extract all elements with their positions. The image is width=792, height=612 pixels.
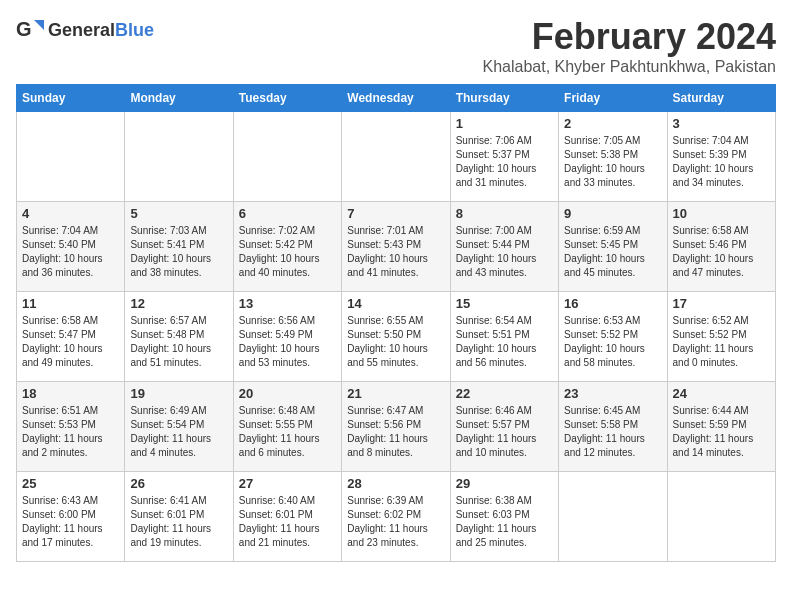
day-number: 10: [673, 206, 770, 221]
cell-info: Sunrise: 6:47 AM Sunset: 5:56 PM Dayligh…: [347, 404, 444, 460]
calendar-cell: 8Sunrise: 7:00 AM Sunset: 5:44 PM Daylig…: [450, 202, 558, 292]
logo: G GeneralBlue: [16, 16, 154, 44]
calendar-week-row: 1Sunrise: 7:06 AM Sunset: 5:37 PM Daylig…: [17, 112, 776, 202]
calendar-cell: 17Sunrise: 6:52 AM Sunset: 5:52 PM Dayli…: [667, 292, 775, 382]
calendar-cell: [342, 112, 450, 202]
cell-info: Sunrise: 7:01 AM Sunset: 5:43 PM Dayligh…: [347, 224, 444, 280]
page-header: G GeneralBlue February 2024 Khalabat, Kh…: [16, 16, 776, 76]
cell-info: Sunrise: 6:54 AM Sunset: 5:51 PM Dayligh…: [456, 314, 553, 370]
calendar-day-header: Monday: [125, 85, 233, 112]
calendar-day-header: Saturday: [667, 85, 775, 112]
cell-info: Sunrise: 6:57 AM Sunset: 5:48 PM Dayligh…: [130, 314, 227, 370]
logo-text-general: General: [48, 20, 115, 40]
day-number: 9: [564, 206, 661, 221]
day-number: 15: [456, 296, 553, 311]
cell-info: Sunrise: 6:55 AM Sunset: 5:50 PM Dayligh…: [347, 314, 444, 370]
day-number: 21: [347, 386, 444, 401]
calendar-body: 1Sunrise: 7:06 AM Sunset: 5:37 PM Daylig…: [17, 112, 776, 562]
calendar-header-row: SundayMondayTuesdayWednesdayThursdayFrid…: [17, 85, 776, 112]
calendar-cell: 5Sunrise: 7:03 AM Sunset: 5:41 PM Daylig…: [125, 202, 233, 292]
location-title: Khalabat, Khyber Pakhtunkhwa, Pakistan: [482, 58, 776, 76]
cell-info: Sunrise: 6:46 AM Sunset: 5:57 PM Dayligh…: [456, 404, 553, 460]
cell-info: Sunrise: 6:38 AM Sunset: 6:03 PM Dayligh…: [456, 494, 553, 550]
day-number: 18: [22, 386, 119, 401]
day-number: 24: [673, 386, 770, 401]
day-number: 4: [22, 206, 119, 221]
day-number: 8: [456, 206, 553, 221]
calendar-cell: 16Sunrise: 6:53 AM Sunset: 5:52 PM Dayli…: [559, 292, 667, 382]
day-number: 22: [456, 386, 553, 401]
day-number: 1: [456, 116, 553, 131]
calendar-cell: 6Sunrise: 7:02 AM Sunset: 5:42 PM Daylig…: [233, 202, 341, 292]
calendar-cell: 14Sunrise: 6:55 AM Sunset: 5:50 PM Dayli…: [342, 292, 450, 382]
calendar-cell: 26Sunrise: 6:41 AM Sunset: 6:01 PM Dayli…: [125, 472, 233, 562]
calendar-day-header: Friday: [559, 85, 667, 112]
calendar-cell: 19Sunrise: 6:49 AM Sunset: 5:54 PM Dayli…: [125, 382, 233, 472]
calendar-cell: [17, 112, 125, 202]
calendar-cell: 27Sunrise: 6:40 AM Sunset: 6:01 PM Dayli…: [233, 472, 341, 562]
calendar-cell: 4Sunrise: 7:04 AM Sunset: 5:40 PM Daylig…: [17, 202, 125, 292]
day-number: 20: [239, 386, 336, 401]
day-number: 23: [564, 386, 661, 401]
cell-info: Sunrise: 6:39 AM Sunset: 6:02 PM Dayligh…: [347, 494, 444, 550]
cell-info: Sunrise: 6:56 AM Sunset: 5:49 PM Dayligh…: [239, 314, 336, 370]
calendar-cell: 18Sunrise: 6:51 AM Sunset: 5:53 PM Dayli…: [17, 382, 125, 472]
day-number: 11: [22, 296, 119, 311]
cell-info: Sunrise: 6:53 AM Sunset: 5:52 PM Dayligh…: [564, 314, 661, 370]
cell-info: Sunrise: 6:51 AM Sunset: 5:53 PM Dayligh…: [22, 404, 119, 460]
day-number: 28: [347, 476, 444, 491]
calendar-cell: 7Sunrise: 7:01 AM Sunset: 5:43 PM Daylig…: [342, 202, 450, 292]
day-number: 3: [673, 116, 770, 131]
calendar-cell: 1Sunrise: 7:06 AM Sunset: 5:37 PM Daylig…: [450, 112, 558, 202]
cell-info: Sunrise: 7:04 AM Sunset: 5:40 PM Dayligh…: [22, 224, 119, 280]
calendar-day-header: Thursday: [450, 85, 558, 112]
day-number: 25: [22, 476, 119, 491]
svg-marker-1: [34, 20, 44, 30]
cell-info: Sunrise: 6:48 AM Sunset: 5:55 PM Dayligh…: [239, 404, 336, 460]
day-number: 2: [564, 116, 661, 131]
calendar-week-row: 11Sunrise: 6:58 AM Sunset: 5:47 PM Dayli…: [17, 292, 776, 382]
month-title: February 2024: [482, 16, 776, 58]
calendar-cell: 28Sunrise: 6:39 AM Sunset: 6:02 PM Dayli…: [342, 472, 450, 562]
logo-text-blue: Blue: [115, 20, 154, 40]
day-number: 7: [347, 206, 444, 221]
day-number: 12: [130, 296, 227, 311]
day-number: 29: [456, 476, 553, 491]
day-number: 26: [130, 476, 227, 491]
calendar-cell: 15Sunrise: 6:54 AM Sunset: 5:51 PM Dayli…: [450, 292, 558, 382]
cell-info: Sunrise: 6:49 AM Sunset: 5:54 PM Dayligh…: [130, 404, 227, 460]
calendar-week-row: 4Sunrise: 7:04 AM Sunset: 5:40 PM Daylig…: [17, 202, 776, 292]
cell-info: Sunrise: 7:02 AM Sunset: 5:42 PM Dayligh…: [239, 224, 336, 280]
day-number: 16: [564, 296, 661, 311]
cell-info: Sunrise: 6:43 AM Sunset: 6:00 PM Dayligh…: [22, 494, 119, 550]
calendar-cell: 29Sunrise: 6:38 AM Sunset: 6:03 PM Dayli…: [450, 472, 558, 562]
calendar-cell: [667, 472, 775, 562]
day-number: 5: [130, 206, 227, 221]
calendar-cell: [233, 112, 341, 202]
cell-info: Sunrise: 7:00 AM Sunset: 5:44 PM Dayligh…: [456, 224, 553, 280]
day-number: 17: [673, 296, 770, 311]
calendar-cell: 22Sunrise: 6:46 AM Sunset: 5:57 PM Dayli…: [450, 382, 558, 472]
calendar-week-row: 18Sunrise: 6:51 AM Sunset: 5:53 PM Dayli…: [17, 382, 776, 472]
cell-info: Sunrise: 7:05 AM Sunset: 5:38 PM Dayligh…: [564, 134, 661, 190]
calendar-cell: 11Sunrise: 6:58 AM Sunset: 5:47 PM Dayli…: [17, 292, 125, 382]
cell-info: Sunrise: 6:41 AM Sunset: 6:01 PM Dayligh…: [130, 494, 227, 550]
calendar-cell: [559, 472, 667, 562]
calendar-cell: [125, 112, 233, 202]
cell-info: Sunrise: 7:06 AM Sunset: 5:37 PM Dayligh…: [456, 134, 553, 190]
title-area: February 2024 Khalabat, Khyber Pakhtunkh…: [482, 16, 776, 76]
calendar-cell: 20Sunrise: 6:48 AM Sunset: 5:55 PM Dayli…: [233, 382, 341, 472]
calendar-cell: 9Sunrise: 6:59 AM Sunset: 5:45 PM Daylig…: [559, 202, 667, 292]
calendar-cell: 23Sunrise: 6:45 AM Sunset: 5:58 PM Dayli…: [559, 382, 667, 472]
calendar-week-row: 25Sunrise: 6:43 AM Sunset: 6:00 PM Dayli…: [17, 472, 776, 562]
cell-info: Sunrise: 7:04 AM Sunset: 5:39 PM Dayligh…: [673, 134, 770, 190]
calendar-day-header: Tuesday: [233, 85, 341, 112]
day-number: 27: [239, 476, 336, 491]
logo-icon: G: [16, 16, 44, 44]
cell-info: Sunrise: 6:44 AM Sunset: 5:59 PM Dayligh…: [673, 404, 770, 460]
cell-info: Sunrise: 6:58 AM Sunset: 5:46 PM Dayligh…: [673, 224, 770, 280]
cell-info: Sunrise: 6:59 AM Sunset: 5:45 PM Dayligh…: [564, 224, 661, 280]
calendar-cell: 21Sunrise: 6:47 AM Sunset: 5:56 PM Dayli…: [342, 382, 450, 472]
calendar-cell: 2Sunrise: 7:05 AM Sunset: 5:38 PM Daylig…: [559, 112, 667, 202]
calendar-cell: 13Sunrise: 6:56 AM Sunset: 5:49 PM Dayli…: [233, 292, 341, 382]
